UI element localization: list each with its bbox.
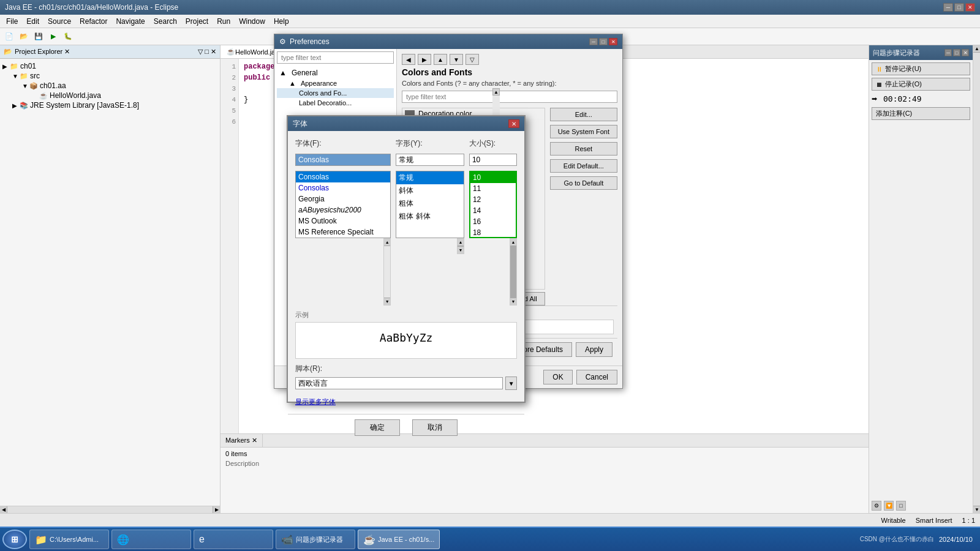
markers-tab[interactable]: Markers ✕ [221,434,263,447]
style-scroll-up[interactable]: ▲ [458,239,464,246]
pref-label-deco[interactable]: Label Decoratio... [277,98,394,108]
taskbar-recorder[interactable]: 📹 问题步骤记录器 [276,530,355,549]
toolbar-open[interactable]: 📂 [17,30,31,43]
tree-package[interactable]: ▼ 📦 ch01.aa [22,81,217,91]
scroll-down-btn[interactable]: ▼ [973,506,980,513]
menu-search[interactable]: Search [150,16,181,27]
taskbar-explorer[interactable]: 📁 C:\Users\Admi... [29,530,109,549]
script-dropdown-btn[interactable]: ▼ [505,377,517,390]
minimize-btn[interactable]: ─ [943,3,953,12]
pref-up-btn[interactable]: ▲ [434,54,447,65]
pref-maximize[interactable]: □ [599,38,608,45]
size-item-18[interactable]: 18 [470,227,516,238]
go-to-default-btn[interactable]: Go to Default [550,176,617,190]
taskbar-browser[interactable]: 🌐 [111,530,191,549]
menu-project[interactable]: Project [182,16,212,27]
style-item-italic[interactable]: 斜体 [396,184,464,197]
stop-record-btn[interactable]: ⏹ 停止记录(O) [872,78,970,91]
menu-edit[interactable]: Edit [23,16,43,27]
style-item-regular[interactable]: 常规 [396,171,464,184]
edit-default-btn[interactable]: Edit Default... [550,159,617,173]
menu-source[interactable]: Source [44,16,75,27]
pref-close[interactable]: ✕ [609,38,617,45]
add-note-btn[interactable]: 添加注释(C) [872,107,970,120]
toolbar-debug[interactable]: 🐛 [61,30,75,43]
expand-icon[interactable]: ▶ [12,102,20,109]
menu-help[interactable]: Help [270,16,293,27]
close-btn[interactable]: ✕ [965,3,975,12]
edit-btn[interactable]: Edit... [550,108,617,121]
toolbar-save[interactable]: 💾 [32,30,45,43]
size-item-16[interactable]: 16 [470,216,516,227]
face-item-georgia[interactable]: Georgia [296,193,390,204]
rec-settings-icon[interactable]: ⚙ [872,501,881,511]
start-button[interactable]: ⊞ [2,530,27,549]
font-size-listbox[interactable]: 10 11 12 14 16 18 20 [469,171,517,238]
taskbar-eclipse[interactable]: ☕ Java EE - ch01/s... [358,530,440,549]
pref-cancel-btn[interactable]: Cancel [576,370,617,384]
size-v-scrollbar[interactable]: ▲ ▼ [510,238,517,305]
face-item-consolas2[interactable]: Consolas [296,182,390,193]
pref-ok-btn[interactable]: OK [543,370,572,384]
tree-src[interactable]: ▼ 📁 src [12,71,217,81]
size-item-12[interactable]: 12 [470,194,516,205]
face-item-msref[interactable]: MS Reference Specialt [296,227,390,238]
tree-jre[interactable]: ▶ 📚 JRE System Library [JavaSE-1.8] [12,100,217,110]
size-item-14[interactable]: 14 [470,205,516,216]
tree-project[interactable]: ▶ 📁 ch01 [2,61,217,71]
face-scroll-up[interactable]: ▲ [384,239,390,246]
face-scroll-down[interactable]: ▼ [384,298,390,305]
size-item-10[interactable]: 10 [470,172,516,183]
apply-btn[interactable]: Apply [576,342,612,357]
toolbar-new[interactable]: 📄 [2,30,16,43]
maximize-btn[interactable]: □ [954,3,964,12]
font-style-input[interactable] [396,154,464,166]
rec-filter-icon[interactable]: 🔽 [884,501,894,511]
rec-view-icon[interactable]: □ [896,501,906,511]
reset-btn[interactable]: Reset [550,142,617,156]
style-v-scrollbar[interactable]: ▲ ▼ [457,238,464,254]
rec-minimize[interactable]: ─ [944,49,952,56]
pref-menu-btn[interactable]: ▽ [466,54,479,65]
pause-record-btn[interactable]: ⏸ 暂停记录(U) [872,62,970,75]
font-face-input[interactable] [295,154,391,166]
pref-back-btn[interactable]: ◀ [402,54,415,65]
font-style-listbox[interactable]: 常规 斜体 粗体 粗体 斜体 [396,171,464,238]
menu-run[interactable]: Run [213,16,234,27]
pref-minimize[interactable]: ─ [589,38,598,45]
font-dialog-close[interactable]: ✕ [508,119,519,128]
menu-refactor[interactable]: Refactor [76,16,111,27]
font-script-input[interactable] [295,377,503,389]
pref-colors-fonts[interactable]: Colors and Fo... [277,88,394,98]
style-scroll-down[interactable]: ▼ [458,246,464,253]
size-scroll-up[interactable]: ▲ [510,239,516,246]
face-item-consolas[interactable]: Consolas [296,171,390,182]
scroll-right-btn[interactable]: ▶ [213,506,220,513]
pref-general[interactable]: ▲ General [277,67,394,78]
pref-forward-btn[interactable]: ▶ [418,54,431,65]
pref-search-input[interactable] [277,51,394,64]
use-system-font-btn[interactable]: Use System Font [550,125,617,138]
style-item-bolditalic[interactable]: 粗体 斜体 [396,210,464,223]
pref-filter-input[interactable] [402,91,617,103]
h-scrollbar[interactable]: ◀ ▶ [0,506,220,513]
menu-file[interactable]: File [2,16,21,27]
taskbar-ie[interactable]: e [194,530,273,549]
rec-maximize[interactable]: □ [953,49,960,56]
scroll-up-btn[interactable]: ▲ [973,45,980,53]
menu-window[interactable]: Window [235,16,269,27]
expand-icon[interactable]: ▼ [12,73,20,80]
face-item-aabuy[interactable]: aABuyesicshu2000 [296,204,390,216]
face-item-msoutlook[interactable]: MS Outlook [296,216,390,227]
expand-icon[interactable]: ▼ [22,83,29,89]
show-more-fonts-link[interactable]: 显示更多字体 [295,397,517,407]
expand-icon[interactable]: ▶ [2,63,10,70]
font-ok-btn[interactable]: 确定 [355,419,400,436]
menu-navigate[interactable]: Navigate [112,16,148,27]
size-item-11[interactable]: 11 [470,183,516,194]
tree-file[interactable]: ☕ HelloWorld.java [32,91,217,100]
style-item-bold[interactable]: 粗体 [396,197,464,210]
toolbar-run[interactable]: ▶ [47,30,60,43]
size-scroll-down[interactable]: ▼ [510,298,516,305]
scroll-left-btn[interactable]: ◀ [0,506,7,513]
